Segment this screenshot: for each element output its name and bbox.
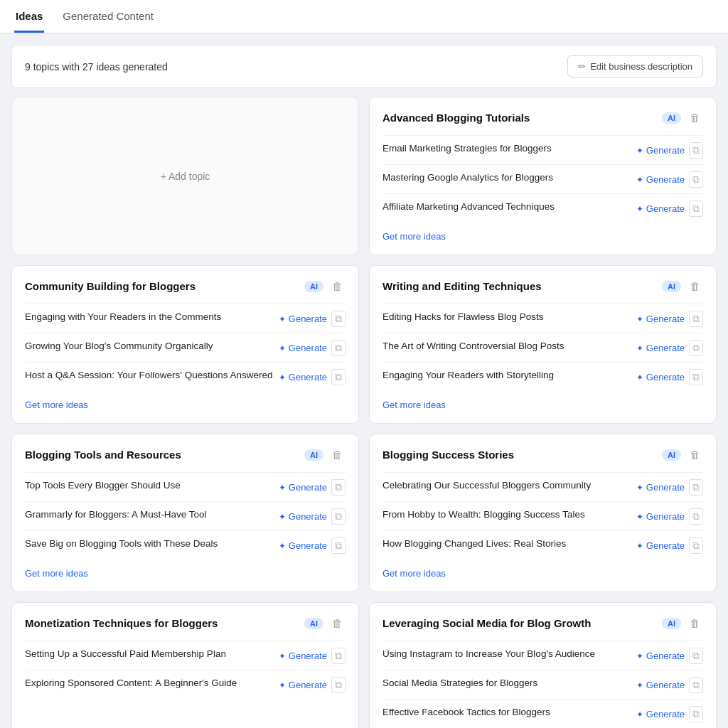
- copy-icon[interactable]: ⧉: [689, 706, 703, 722]
- generate-button[interactable]: ✦ Generate: [279, 540, 327, 551]
- generate-button[interactable]: ✦ Generate: [636, 314, 685, 324]
- delete-icon[interactable]: 🗑: [687, 616, 703, 631]
- copy-icon[interactable]: ⧉: [689, 537, 703, 554]
- generate-button[interactable]: ✦ Generate: [636, 709, 685, 719]
- generate-button[interactable]: ✦ Generate: [636, 343, 685, 353]
- spark-icon: ✦: [279, 541, 286, 551]
- copy-icon[interactable]: ⧉: [689, 311, 703, 327]
- copy-icon[interactable]: ⧉: [689, 340, 703, 356]
- copy-icon[interactable]: ⧉: [331, 479, 346, 496]
- idea-text: Celebrating Our Successful Bloggers Comm…: [382, 478, 631, 493]
- generate-label: Generate: [646, 145, 685, 156]
- idea-row: From Hobby to Wealth: Blogging Success T…: [382, 501, 703, 530]
- copy-icon[interactable]: ⧉: [689, 369, 703, 385]
- copy-icon[interactable]: ⧉: [689, 479, 703, 496]
- idea-row: Grammarly for Bloggers: A Must-Have Tool…: [25, 501, 346, 530]
- copy-icon[interactable]: ⧉: [689, 677, 703, 693]
- card-title: Leveraging Social Media for Blog Growth: [382, 617, 662, 629]
- generate-label: Generate: [646, 680, 685, 690]
- add-topic-card[interactable]: + Add topic: [11, 97, 359, 255]
- card-community-building: Community Building for Bloggers AI 🗑 Eng…: [11, 265, 359, 424]
- copy-icon[interactable]: ⧉: [331, 340, 346, 356]
- get-more-ideas-link[interactable]: Get more ideas: [25, 400, 88, 410]
- generate-label: Generate: [289, 482, 327, 493]
- idea-actions: ✦ Generate ⧉: [279, 537, 346, 554]
- delete-icon[interactable]: 🗑: [329, 279, 346, 294]
- delete-advanced-blogging-icon[interactable]: 🗑: [687, 110, 703, 125]
- copy-icon[interactable]: ⧉: [331, 677, 346, 693]
- copy-icon[interactable]: ⧉: [331, 648, 346, 664]
- idea-actions: ✦ Generate ⧉: [636, 142, 703, 159]
- idea-actions: ✦ Generate ⧉: [279, 648, 346, 664]
- copy-icon[interactable]: ⧉: [331, 369, 346, 385]
- copy-icon[interactable]: ⧉: [331, 311, 346, 327]
- generate-button[interactable]: ✦ Generate: [279, 482, 327, 493]
- generate-button[interactable]: ✦ Generate: [636, 174, 685, 185]
- idea-row: Top Tools Every Blogger Should Use ✦ Gen…: [25, 472, 346, 501]
- generate-button[interactable]: ✦ Generate: [279, 680, 327, 690]
- copy-icon[interactable]: ⧉: [689, 171, 703, 188]
- generate-button[interactable]: ✦ Generate: [636, 203, 685, 214]
- idea-row: How Blogging Changed Lives: Real Stories…: [382, 530, 703, 560]
- idea-row: Email Marketing Strategies for Bloggers …: [382, 135, 703, 164]
- get-more-ideas-link[interactable]: Get more ideas: [25, 568, 88, 579]
- edit-business-description-button[interactable]: ✏ Edit business description: [567, 55, 703, 77]
- idea-text: Top Tools Every Blogger Should Use: [25, 478, 273, 493]
- copy-icon[interactable]: ⧉: [331, 508, 346, 525]
- delete-icon[interactable]: 🗑: [687, 447, 703, 462]
- idea-text: Save Big on Blogging Tools with These De…: [25, 537, 273, 551]
- copy-icon[interactable]: ⧉: [689, 142, 703, 159]
- tab-generated-content[interactable]: Generated Content: [61, 0, 155, 33]
- generate-button[interactable]: ✦ Generate: [636, 540, 685, 551]
- copy-icon[interactable]: ⧉: [331, 537, 346, 554]
- generate-button[interactable]: ✦ Generate: [636, 482, 685, 493]
- idea-row: Engaging Your Readers with Storytelling …: [382, 362, 703, 391]
- idea-actions: ✦ Generate ⧉: [279, 340, 346, 356]
- generate-button[interactable]: ✦ Generate: [636, 372, 685, 382]
- get-more-ideas-link[interactable]: Get more ideas: [382, 231, 446, 242]
- spark-icon: ✦: [636, 146, 643, 156]
- generate-button[interactable]: ✦ Generate: [636, 651, 685, 661]
- generate-button[interactable]: ✦ Generate: [279, 372, 327, 382]
- idea-text: Growing Your Blog's Community Organicall…: [25, 339, 273, 353]
- generate-button[interactable]: ✦ Generate: [279, 343, 327, 353]
- spark-icon: ✦: [279, 512, 286, 522]
- get-more-ideas-link[interactable]: Get more ideas: [382, 568, 446, 579]
- idea-actions: ✦ Generate ⧉: [279, 479, 346, 496]
- copy-icon[interactable]: ⧉: [689, 648, 703, 664]
- spark-icon: ✦: [636, 175, 643, 185]
- get-more-ideas-link[interactable]: Get more ideas: [382, 400, 446, 410]
- generate-button[interactable]: ✦ Generate: [279, 314, 327, 324]
- generate-label: Generate: [289, 651, 327, 661]
- idea-row: Using Instagram to Increase Your Blog's …: [382, 641, 703, 670]
- idea-row: Host a Q&A Session: Your Followers' Ques…: [25, 362, 346, 391]
- copy-icon[interactable]: ⧉: [689, 508, 703, 525]
- card-header: Writing and Editing Techniques AI 🗑: [382, 279, 703, 294]
- card-blogging-success: Blogging Success Stories AI 🗑 Celebratin…: [369, 434, 717, 592]
- spark-icon: ✦: [279, 680, 286, 690]
- spark-icon: ✦: [636, 204, 643, 214]
- idea-row: The Art of Writing Controversial Blog Po…: [382, 333, 703, 362]
- info-bar: 9 topics with 27 ideas generated ✏ Edit …: [11, 45, 717, 88]
- generate-label: Generate: [646, 314, 685, 324]
- card-blogging-tools: Blogging Tools and Resources AI 🗑 Top To…: [11, 434, 359, 592]
- generate-label: Generate: [289, 372, 327, 382]
- generate-button[interactable]: ✦ Generate: [636, 145, 685, 156]
- generate-button[interactable]: ✦ Generate: [636, 511, 685, 522]
- spark-icon: ✦: [636, 680, 643, 690]
- generate-button[interactable]: ✦ Generate: [279, 511, 327, 522]
- idea-text: Grammarly for Bloggers: A Must-Have Tool: [25, 508, 273, 522]
- idea-actions: ✦ Generate ⧉: [279, 508, 346, 525]
- idea-row: Growing Your Blog's Community Organicall…: [25, 333, 346, 362]
- delete-icon[interactable]: 🗑: [687, 279, 703, 294]
- delete-icon[interactable]: 🗑: [329, 616, 346, 631]
- spark-icon: ✦: [636, 512, 643, 522]
- delete-icon[interactable]: 🗑: [329, 447, 346, 462]
- generate-button[interactable]: ✦ Generate: [636, 680, 685, 690]
- ai-badge: AI: [304, 449, 323, 461]
- copy-icon[interactable]: ⧉: [689, 200, 703, 217]
- tab-ideas[interactable]: Ideas: [14, 0, 44, 33]
- generate-button[interactable]: ✦ Generate: [279, 651, 327, 661]
- ai-badge: AI: [662, 618, 681, 629]
- add-topic-label: + Add topic: [161, 171, 210, 182]
